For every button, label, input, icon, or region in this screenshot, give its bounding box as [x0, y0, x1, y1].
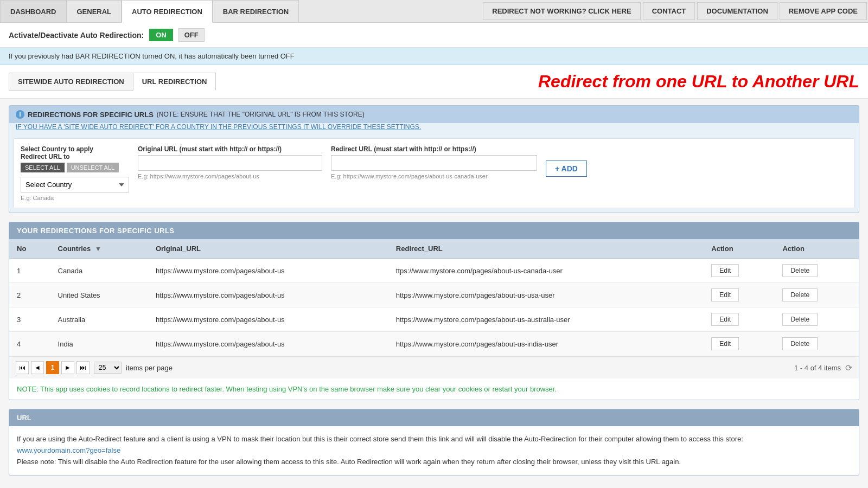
cell-edit: Edit: [704, 332, 775, 356]
select-all-button[interactable]: SELECT ALL: [21, 163, 65, 172]
original-url-label: Original URL (must start with http:// or…: [138, 145, 322, 153]
url-box-header: URL: [9, 409, 859, 426]
cell-edit: Edit: [704, 307, 775, 332]
redirections-table: No Countries ▼ Original_URL Redirect_URL…: [9, 239, 859, 356]
cell-edit: Edit: [704, 259, 775, 283]
delete-button[interactable]: Delete: [782, 288, 818, 301]
cell-no: 2: [9, 283, 50, 307]
cell-redirect-url: ttps://www.mystore.com/pages/about-us-ca…: [388, 259, 704, 283]
page-info-text: 1 - 4 of 4 items: [794, 364, 841, 372]
table-header: YOUR REDIRECTIONS FOR SPECIFIC URLS: [9, 222, 859, 239]
cell-original-url: https://www.mystore.com/pages/about-us: [148, 259, 388, 283]
select-all-btns: SELECT ALL UNSELECT ALL: [21, 163, 129, 172]
col-original-url: Original_URL: [148, 239, 388, 259]
tab-auto-redirection[interactable]: AUTO REDIRECTION: [122, 0, 213, 23]
delete-button[interactable]: Delete: [782, 264, 818, 277]
top-nav-left: DASHBOARD GENERAL AUTO REDIRECTION BAR R…: [0, 0, 299, 22]
cell-original-url: https://www.mystore.com/pages/about-us: [148, 283, 388, 307]
main-content: i REDIRECTIONS FOR SPECIFIC URLS (NOTE: …: [0, 99, 868, 488]
redirect-url-input[interactable]: [331, 155, 537, 171]
url-box-content1: If you are using the Auto-Redirect featu…: [17, 434, 851, 445]
table-row: 1 Canada https://www.mystore.com/pages/a…: [9, 259, 859, 283]
url-box: URL If you are using the Auto-Redirect f…: [9, 409, 859, 476]
col-action-edit: Action: [704, 239, 775, 259]
unselect-all-button[interactable]: UNSELECT ALL: [67, 163, 119, 172]
country-label: Select Country to applyRedirect URL to: [21, 145, 129, 160]
country-form-group: Select Country to applyRedirect URL to S…: [21, 145, 129, 201]
table-head-row: No Countries ▼ Original_URL Redirect_URL…: [9, 239, 859, 259]
info-icon: i: [16, 110, 24, 119]
cell-countries: Australia: [50, 307, 148, 332]
page-info: 1 - 4 of 4 items ⟳: [794, 363, 852, 373]
first-page-button[interactable]: ⏮: [16, 361, 29, 374]
table-row: 3 Australia https://www.mystore.com/page…: [9, 307, 859, 332]
remove-app-code-button[interactable]: REMOVE APP CODE: [780, 2, 867, 20]
info-banner-text: If you previously had BAR REDIRECTION tu…: [9, 52, 295, 60]
tab-dashboard[interactable]: DASHBOARD: [0, 0, 67, 22]
add-button[interactable]: + ADD: [546, 160, 587, 177]
delete-button[interactable]: Delete: [782, 313, 818, 326]
redirections-header-text: REDIRECTIONS FOR SPECIFIC URLS: [28, 111, 154, 119]
cell-delete: Delete: [775, 283, 859, 307]
top-nav: DASHBOARD GENERAL AUTO REDIRECTION BAR R…: [0, 0, 868, 23]
delete-button[interactable]: Delete: [782, 337, 818, 350]
refresh-icon[interactable]: ⟳: [845, 363, 852, 373]
filter-icon[interactable]: ▼: [95, 245, 101, 253]
cell-redirect-url: https://www.mystore.com/pages/about-us-a…: [388, 307, 704, 332]
col-action-delete: Action: [775, 239, 859, 259]
cell-no: 4: [9, 332, 50, 356]
table-section: YOUR REDIRECTIONS FOR SPECIFIC URLS No C…: [9, 222, 859, 400]
edit-button[interactable]: Edit: [711, 288, 739, 301]
redirections-box: i REDIRECTIONS FOR SPECIFIC URLS (NOTE: …: [9, 105, 859, 213]
country-eg: E.g: Canada: [21, 195, 129, 201]
table-body: 1 Canada https://www.mystore.com/pages/a…: [9, 259, 859, 356]
cell-countries: Canada: [50, 259, 148, 283]
cell-delete: Delete: [775, 307, 859, 332]
url-box-link[interactable]: www.yourdomain.com?geo=false: [17, 446, 120, 454]
url-box-content2: Please note: This will disable the Auto …: [17, 457, 851, 468]
col-no: No: [9, 239, 50, 259]
contact-button[interactable]: CONTACT: [643, 2, 695, 20]
redirections-box-header: i REDIRECTIONS FOR SPECIFIC URLS (NOTE: …: [9, 106, 859, 123]
pagination: ⏮ ◄ 1 ► ⏭ 25 50 100 items per page 1 - 4…: [9, 356, 859, 378]
tab-general[interactable]: GENERAL: [67, 0, 122, 22]
tab-url-redirection[interactable]: URL REDIRECTION: [133, 73, 216, 91]
info-banner: If you previously had BAR REDIRECTION tu…: [0, 48, 868, 65]
col-countries: Countries ▼: [50, 239, 148, 259]
current-page: 1: [46, 361, 59, 374]
redirections-form: Select Country to applyRedirect URL to S…: [14, 138, 854, 208]
cell-countries: India: [50, 332, 148, 356]
cell-redirect-url: https://www.mystore.com/pages/about-us-u…: [388, 283, 704, 307]
edit-button[interactable]: Edit: [711, 337, 739, 350]
prev-page-button[interactable]: ◄: [31, 361, 44, 374]
off-button[interactable]: OFF: [178, 28, 205, 42]
last-page-button[interactable]: ⏭: [76, 361, 90, 374]
redirections-header-note: (NOTE: ENSURE THAT THE "ORIGINAL URL" IS…: [157, 111, 365, 118]
table-row: 4 India https://www.mystore.com/pages/ab…: [9, 332, 859, 356]
cell-original-url: https://www.mystore.com/pages/about-us: [148, 332, 388, 356]
country-select[interactable]: Select Country: [21, 177, 129, 192]
redirect-not-working-button[interactable]: REDIRECT NOT WORKING? CLICK HERE: [483, 2, 640, 20]
note-text: NOTE: This app uses cookies to record lo…: [9, 378, 859, 400]
url-box-content: If you are using the Auto-Redirect featu…: [9, 426, 859, 475]
cell-delete: Delete: [775, 332, 859, 356]
table-row: 2 United States https://www.mystore.com/…: [9, 283, 859, 307]
original-url-input[interactable]: [138, 155, 322, 171]
tab-bar-redirection[interactable]: BAR REDIRECTION: [213, 0, 299, 22]
edit-button[interactable]: Edit: [711, 313, 739, 326]
section-tabs: SITEWIDE AUTO REDIRECTION URL REDIRECTIO…: [0, 65, 868, 99]
redirections-subtext[interactable]: IF YOU HAVE A 'SITE WIDE AUTO REDIRECT' …: [9, 123, 859, 134]
redirect-url-eg: E.g: https://www.mystore.com/pages/about…: [331, 173, 537, 179]
next-page-button[interactable]: ►: [61, 361, 74, 374]
original-url-eg: E.g: https://www.mystore.com/pages/about…: [138, 173, 322, 179]
original-url-form-group: Original URL (must start with http:// or…: [138, 145, 322, 179]
on-button[interactable]: ON: [149, 29, 173, 41]
per-page-select[interactable]: 25 50 100: [94, 362, 122, 374]
col-redirect-url: Redirect_URL: [388, 239, 704, 259]
redirect-url-label: Redirect URL (must start with http:// or…: [331, 145, 537, 153]
edit-button[interactable]: Edit: [711, 264, 739, 277]
cell-no: 3: [9, 307, 50, 332]
documentation-button[interactable]: DOCUMENTATION: [697, 2, 777, 20]
cell-original-url: https://www.mystore.com/pages/about-us: [148, 307, 388, 332]
tab-sitewide[interactable]: SITEWIDE AUTO REDIRECTION: [9, 73, 133, 91]
